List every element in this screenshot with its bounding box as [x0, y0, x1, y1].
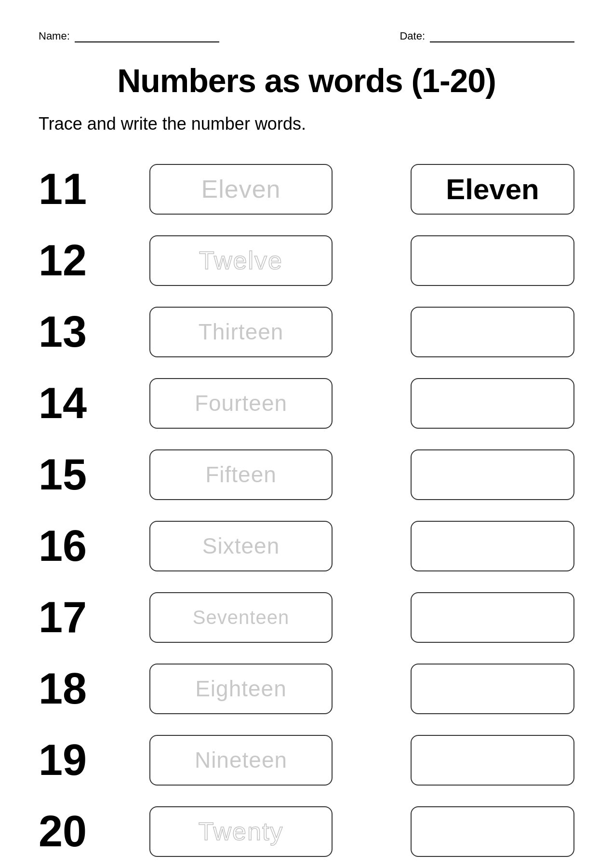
trace-word: Twelve: [199, 246, 283, 275]
number-label: 18: [39, 667, 135, 710]
write-box[interactable]: [411, 235, 574, 286]
trace-box[interactable]: Sixteen: [149, 521, 333, 571]
number-label: 14: [39, 381, 135, 425]
trace-box[interactable]: Twenty: [149, 806, 333, 857]
number-row: 16Sixteen: [39, 510, 574, 582]
trace-word: Sixteen: [202, 533, 280, 559]
number-label: 17: [39, 596, 135, 639]
number-row: 15Fifteen: [39, 439, 574, 510]
number-label: 16: [39, 524, 135, 568]
write-box[interactable]: [411, 806, 574, 857]
worksheet-page: Name: Date: Numbers as words (1-20) Trac…: [0, 0, 613, 868]
trace-box[interactable]: Nineteen: [149, 735, 333, 786]
write-box[interactable]: [411, 449, 574, 500]
number-row: 18Eighteen: [39, 653, 574, 724]
number-rows-container: 11ElevenEleven12Twelve13Thirteen14Fourte…: [39, 153, 574, 867]
trace-word: Nineteen: [195, 747, 287, 773]
example-text: Eleven: [446, 173, 539, 206]
trace-word: Twenty: [199, 817, 284, 846]
number-label: 13: [39, 310, 135, 353]
number-row: 12Twelve: [39, 225, 574, 296]
trace-word: Seventeen: [193, 607, 289, 628]
number-label: 11: [39, 167, 135, 211]
write-box[interactable]: [411, 378, 574, 429]
subtitle: Trace and write the number words.: [39, 114, 574, 134]
trace-box[interactable]: Seventeen: [149, 592, 333, 643]
trace-word: Eighteen: [195, 676, 287, 702]
number-label: 15: [39, 453, 135, 496]
number-row: 13Thirteen: [39, 296, 574, 367]
number-row: 19Nineteen: [39, 724, 574, 796]
write-box[interactable]: [411, 735, 574, 786]
number-row: 14Fourteen: [39, 367, 574, 439]
date-label: Date:: [400, 30, 425, 42]
write-box[interactable]: [411, 592, 574, 643]
trace-word: Fifteen: [205, 461, 277, 488]
trace-word: Fourteen: [195, 390, 287, 416]
write-box[interactable]: Eleven: [411, 164, 574, 215]
trace-box[interactable]: Fourteen: [149, 378, 333, 429]
page-title: Numbers as words (1-20): [39, 62, 574, 99]
trace-box[interactable]: Eighteen: [149, 664, 333, 714]
write-box[interactable]: [411, 307, 574, 357]
number-row: 11ElevenEleven: [39, 153, 574, 225]
number-label: 20: [39, 810, 135, 853]
trace-box[interactable]: Eleven: [149, 164, 333, 215]
name-input-line[interactable]: [75, 29, 219, 42]
number-label: 19: [39, 738, 135, 782]
number-row: 20Twenty: [39, 796, 574, 867]
name-field: Name:: [39, 29, 219, 42]
date-field: Date:: [400, 29, 574, 42]
trace-box[interactable]: Twelve: [149, 235, 333, 286]
write-box[interactable]: [411, 664, 574, 714]
header: Name: Date:: [39, 29, 574, 42]
trace-box[interactable]: Thirteen: [149, 307, 333, 357]
name-label: Name:: [39, 30, 70, 42]
number-label: 12: [39, 239, 135, 282]
number-row: 17Seventeen: [39, 582, 574, 653]
write-box[interactable]: [411, 521, 574, 571]
trace-word: Eleven: [201, 175, 281, 203]
trace-word: Thirteen: [199, 319, 284, 345]
date-input-line[interactable]: [430, 29, 574, 42]
trace-box[interactable]: Fifteen: [149, 449, 333, 500]
